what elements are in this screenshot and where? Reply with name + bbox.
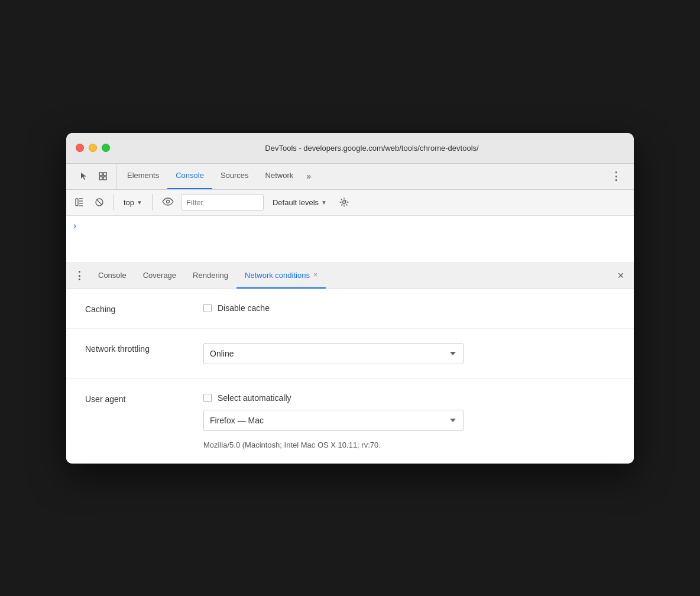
bottom-panel-close-button[interactable]: ×	[612, 267, 629, 284]
toolbar-divider	[114, 194, 114, 210]
throttling-select[interactable]: Online Fast 3G Slow 3G Offline Custom...	[203, 343, 464, 364]
maximize-button[interactable]	[102, 144, 110, 152]
inspect-icon[interactable]	[95, 168, 111, 184]
tab-sources[interactable]: Sources	[212, 163, 257, 189]
log-levels-button[interactable]: Default levels ▼	[267, 194, 332, 210]
context-select[interactable]: top ▼	[120, 194, 146, 210]
title-bar: DevTools - developers.google.com/web/too…	[66, 133, 634, 164]
tab-coverage[interactable]: Coverage	[135, 263, 184, 289]
select-automatically-checkbox[interactable]	[203, 394, 212, 402]
cursor-icon[interactable]	[76, 168, 92, 184]
console-chevron-icon[interactable]: ›	[73, 221, 76, 231]
svg-point-11	[166, 200, 169, 203]
toolbar-end: ⋮	[608, 168, 629, 184]
caching-row: Caching Disable cache	[66, 289, 634, 329]
disable-cache-checkbox[interactable]	[203, 304, 212, 312]
svg-rect-1	[103, 173, 106, 176]
svg-rect-4	[76, 199, 78, 206]
select-automatically-label: Select automatically	[218, 393, 291, 403]
user-agent-label: User agent	[85, 393, 203, 404]
throttling-control: Online Fast 3G Slow 3G Offline Custom...	[203, 343, 615, 364]
disable-cache-label: Disable cache	[218, 303, 270, 313]
eye-icon[interactable]	[158, 196, 177, 209]
tab-console-bottom[interactable]: Console	[90, 263, 135, 289]
svg-line-10	[97, 200, 102, 205]
devtools-window: DevTools - developers.google.com/web/too…	[66, 133, 634, 464]
tab-rendering[interactable]: Rendering	[184, 263, 236, 289]
sidebar-toggle-icon[interactable]	[71, 194, 88, 210]
throttling-row: Network throttling Online Fast 3G Slow 3…	[66, 329, 634, 379]
tab-console[interactable]: Console	[167, 163, 212, 189]
bottom-more-button[interactable]: ⋮	[71, 263, 88, 289]
caching-control: Disable cache	[203, 303, 615, 313]
devtools-toolbar: Elements Console Sources Network » ⋮	[66, 164, 634, 190]
more-tabs-button[interactable]: »	[302, 163, 316, 189]
user-agent-control: Select automatically Firefox — Mac Chrom…	[203, 393, 615, 449]
window-title: DevTools - developers.google.com/web/too…	[119, 144, 624, 153]
tab-network-conditions[interactable]: Network conditions ×	[236, 263, 326, 289]
select-automatically-row: Select automatically	[203, 393, 615, 403]
tab-elements[interactable]: Elements	[119, 163, 167, 189]
console-filter-input[interactable]	[181, 194, 264, 210]
minimize-button[interactable]	[89, 144, 97, 152]
user-agent-string: Mozilla/5.0 (Macintosh; Intel Mac OS X 1…	[203, 440, 615, 449]
toolbar-icons	[71, 164, 116, 189]
network-conditions-content: Caching Disable cache Network throttling…	[66, 289, 634, 464]
disable-cache-row: Disable cache	[203, 303, 615, 313]
devtools-menu-button[interactable]: ⋮	[608, 168, 624, 184]
traffic-lights	[76, 144, 110, 152]
bottom-tab-bar: ⋮ Console Coverage Rendering Network con…	[66, 263, 634, 289]
console-content: ›	[66, 216, 634, 263]
clear-console-icon[interactable]	[91, 194, 108, 210]
svg-rect-3	[103, 177, 106, 180]
levels-chevron-icon: ▼	[321, 199, 327, 206]
caching-label: Caching	[85, 303, 203, 314]
tab-network[interactable]: Network	[257, 163, 302, 189]
tab-network-conditions-close[interactable]: ×	[313, 271, 317, 279]
toolbar-divider-2	[152, 194, 153, 210]
main-tab-bar: Elements Console Sources Network »	[116, 164, 608, 189]
svg-rect-2	[99, 177, 102, 180]
user-agent-row: User agent Select automatically Firefox …	[66, 379, 634, 464]
throttling-label: Network throttling	[85, 343, 203, 354]
close-button[interactable]	[76, 144, 84, 152]
console-toolbar: top ▼ Default levels ▼	[66, 190, 634, 216]
settings-icon[interactable]	[336, 194, 352, 210]
svg-rect-0	[99, 173, 102, 176]
user-agent-select[interactable]: Firefox — Mac Chrome — Mac Safari — Mac …	[203, 410, 464, 431]
